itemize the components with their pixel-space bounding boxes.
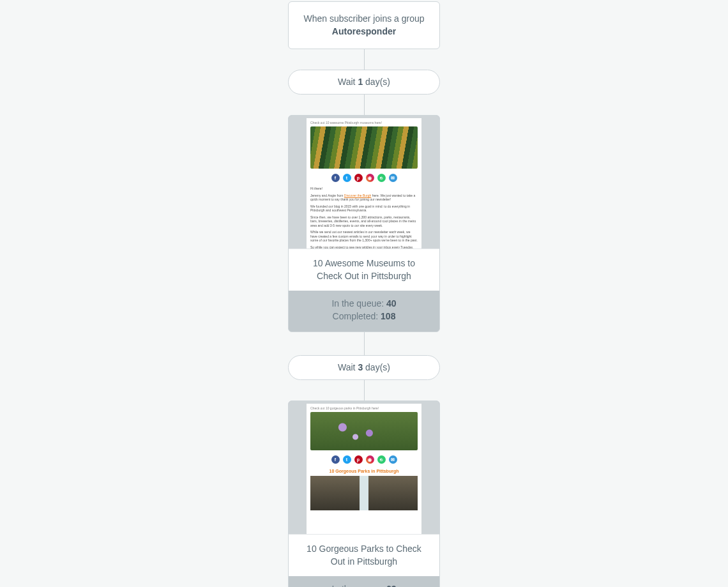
wait-prefix: Wait [338,77,358,87]
email-preview-content: Check out 10 awesome Pittsburgh museums … [307,118,421,248]
facebook-icon: f [331,455,340,464]
automation-flow: When subscriber joins a group Autorespon… [0,0,728,587]
email-node-2[interactable]: Check out 10 gorgeous parks in Pittsburg… [288,400,440,587]
pinterest-icon: p [354,174,363,182]
instagram-icon: ◉ [366,174,374,182]
connector-line [364,332,365,355]
email-stats: In the queue: 40 Completed: 108 [289,291,439,332]
preview-sub-image [310,476,418,510]
preview-p4: While we send out our newest articles in… [310,230,418,243]
wait-node-2[interactable]: Wait 3 day(s) [288,355,440,380]
preview-p1: Jeremy and Angie from Discover the Burgh… [310,194,418,202]
pinterest-icon: p [354,455,363,464]
email-title: 10 Gorgeous Parks to Check Out in Pittsb… [289,534,439,577]
queue-value: 63 [386,584,397,587]
wait-prefix: Wait [338,362,358,372]
link-icon: ⎋ [377,174,386,182]
preview-social-row: f t p ◉ ⎋ ✉ [310,455,418,464]
email-node-1[interactable]: Check out 10 awesome Pittsburgh museums … [288,115,440,332]
connector-line [364,95,365,115]
connector-line [364,380,365,400]
facebook-icon: f [331,174,340,182]
email-queue-stat: In the queue: 63 [296,583,432,587]
preview-link: Discover the Burgh [344,194,372,197]
twitter-icon: t [343,455,351,464]
queue-value: 40 [386,298,397,309]
email-completed-stat: Completed: 108 [296,310,432,323]
wait-suffix: day(s) [363,77,390,87]
completed-value: 108 [381,311,395,321]
email-preview-content: Check out 10 gorgeous parks in Pittsburg… [307,404,421,534]
link-icon: ⎋ [377,455,386,464]
preview-social-row: f t p ◉ ⎋ ✉ [310,174,418,182]
email-preview-thumbnail: Check out 10 awesome Pittsburgh museums … [289,116,439,248]
preview-heading: 10 Gorgeous Parks in Pittsburgh [310,468,418,474]
trigger-line1: When subscriber joins a group [296,12,432,25]
wait-suffix: day(s) [363,362,390,372]
preview-p5: So while you can expect to see new artic… [310,245,418,248]
email-stats: In the queue: 63 [289,576,439,587]
instagram-icon: ◉ [366,455,374,464]
connector-line [364,49,365,70]
preview-hero-image [310,126,418,169]
email-queue-stat: In the queue: 40 [296,297,432,310]
preview-p2: We founded our blog in 2015 with one goa… [310,204,418,213]
wait-node-1[interactable]: Wait 1 day(s) [288,70,440,95]
preview-greeting: Hi there! [310,187,418,191]
trigger-group-name: Autoresponder [296,25,432,38]
preview-hero-image [310,412,418,450]
preview-p3: Since then, we have been to over 1,300 a… [310,215,418,228]
mail-icon: ✉ [389,174,397,182]
email-title: 10 Awesome Museums to Check Out in Pitts… [289,248,439,291]
mail-icon: ✉ [389,455,397,464]
email-preview-thumbnail: Check out 10 gorgeous parks in Pittsburg… [289,401,439,534]
trigger-node[interactable]: When subscriber joins a group Autorespon… [288,1,440,49]
preview-subject: Check out 10 gorgeous parks in Pittsburg… [310,406,418,411]
preview-subject: Check out 10 awesome Pittsburgh museums … [310,121,418,125]
twitter-icon: t [343,174,351,182]
